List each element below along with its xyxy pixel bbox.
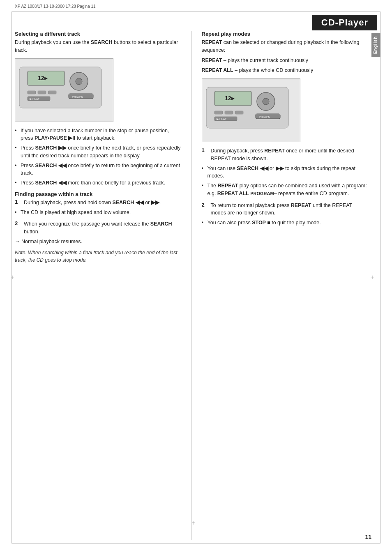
step-number-1: 1 [15,199,21,207]
keyword-repeat-off: REPEAT [291,203,311,208]
bullet-item: You can also press STOP ■ to quit the pl… [202,219,369,227]
repeat-intro: REPEAT can be selected or changed during… [202,39,369,54]
main-content: Selecting a different track During playb… [15,31,368,540]
numbered-item-2: 2 When you recognize the passage you wan… [15,220,182,236]
numbered-item-1: 1 During playback, press and hold down S… [15,199,182,207]
step-2-content: When you recognize the passage you want … [24,220,182,236]
repeat-desc-1: REPEAT – plays the current track continu… [202,57,369,64]
keyword-stop: STOP ■ [252,220,270,226]
keyword-repeat-press: REPEAT [264,148,285,154]
repeat-bullets-2: You can also press STOP ■ to quit the pl… [202,219,369,227]
page-border-bottom [12,543,380,543]
keyword-play-pause: PLAY•PAUSE ▶II [35,135,75,141]
header-meta: XP AZ 1008/17 13-10-2000 17:28 Pagina 11 [15,4,96,9]
svg-rect-8 [38,91,46,94]
keyword-repeat-options: REPEAT [218,183,238,189]
section-selecting-track: Selecting a different track During playb… [15,31,182,187]
repeat-step-num-1: 1 [202,147,208,163]
section2-title: Finding passage within a track [15,191,182,197]
svg-rect-21 [235,111,243,114]
cd-player-image-left: 12▸ PHILIPS ▶ PLAY [15,58,113,122]
cd-player-image-right: 12▸ PHILIPS ▶ PLAY [202,78,300,142]
keyword-repeat-all: REPEAT ALL [202,67,233,73]
bullet-item: Press SEARCH ◀◀ once briefly to return t… [15,162,182,177]
section1-intro: During playback you can use the SEARCH b… [15,39,182,54]
keyword-search-skip2: ▶▶ [276,166,284,171]
section1-title: Selecting a different track [15,31,182,37]
keyword-ffw: ▶▶ [151,200,159,205]
crosshair-right-mid [368,273,376,281]
svg-text:12▸: 12▸ [225,95,235,101]
keyword-search-both: SEARCH ◀◀ [112,200,143,205]
svg-text:▶ PLAY: ▶ PLAY [30,97,40,100]
section-repeat-title: Repeat play modes [202,31,369,37]
language-tab: English [371,33,380,57]
svg-text:12▸: 12▸ [38,75,48,81]
right-column: Repeat play modes REPEAT can be selected… [192,31,369,540]
repeat-step-num-2: 2 [202,202,208,217]
svg-point-16 [263,98,269,105]
repeat-desc-2: REPEAT ALL – plays the whole CD continuo… [202,67,369,74]
step-1-content: During playback, press and hold down SEA… [24,199,161,207]
arrow-item-resume: Normal playback resumes. [15,238,182,246]
section-repeat-modes: Repeat play modes REPEAT can be selected… [202,31,369,227]
svg-text:PHILIPS: PHILIPS [259,115,270,118]
bullet-item: If you have selected a track number in t… [15,127,182,143]
bullet-item: The REPEAT play options can be combined … [202,182,369,198]
keyword-repeat-all-program: REPEAT ALL PROGRAM [217,191,274,196]
svg-rect-7 [28,91,36,94]
keyword-search-rev: SEARCH ◀◀ [35,163,66,168]
cd-player-svg-right: 12▸ PHILIPS ▶ PLAY [202,79,293,136]
repeat-step-2: 2 To return to normal playback press REP… [202,202,369,217]
repeat-bullets-1: You can use SEARCH ◀◀ or ▶▶ to skip trac… [202,165,369,198]
bullet-item: Press SEARCH ▶▶ once briefly for the nex… [15,144,182,160]
svg-rect-9 [48,91,56,94]
section2-bullet-1: The CD is played at high speed and low v… [15,209,182,216]
keyword-repeat-1: REPEAT [202,58,222,63]
keyword-search-skip1: SEARCH ◀◀ [237,166,268,171]
svg-text:PHILIPS: PHILIPS [72,95,83,98]
page-number: 11 [365,534,371,540]
bullet-item: The CD is played at high speed and low v… [15,209,182,216]
svg-rect-19 [214,111,223,114]
page-border-top [12,12,380,12]
repeat-step-1-content: During playback, press REPEAT once or mo… [211,147,369,163]
keyword-search-fwd: SEARCH ▶▶ [35,145,66,151]
section-finding-passage: Finding passage within a track 1 During … [15,191,182,264]
left-column: Selecting a different track During playb… [15,31,192,540]
page-border-right [380,12,380,543]
svg-rect-20 [225,111,233,114]
note-text: Note: When searching within a final trac… [15,249,182,264]
svg-point-4 [76,78,82,85]
cd-player-svg-left: 12▸ PHILIPS ▶ PLAY [15,59,106,116]
section1-bullets: If you have selected a track number in t… [15,127,182,187]
keyword-search-prev: SEARCH ◀◀ [35,180,66,186]
keyword-repeat-intro: REPEAT [202,39,222,45]
keyword-search-release: SEARCH [150,221,172,227]
page-title: CD-Player [312,15,377,30]
bullet-item: You can use SEARCH ◀◀ or ▶▶ to skip trac… [202,165,369,180]
repeat-step-1: 1 During playback, press REPEAT once or … [202,147,369,163]
svg-text:▶ PLAY: ▶ PLAY [217,117,227,120]
search-keyword-1: SEARCH [91,39,113,45]
bullet-item: Press SEARCH ◀◀ more than once briefly f… [15,179,182,187]
repeat-step-2-content: To return to normal playback press REPEA… [211,202,369,217]
step-number-2: 2 [15,220,21,236]
